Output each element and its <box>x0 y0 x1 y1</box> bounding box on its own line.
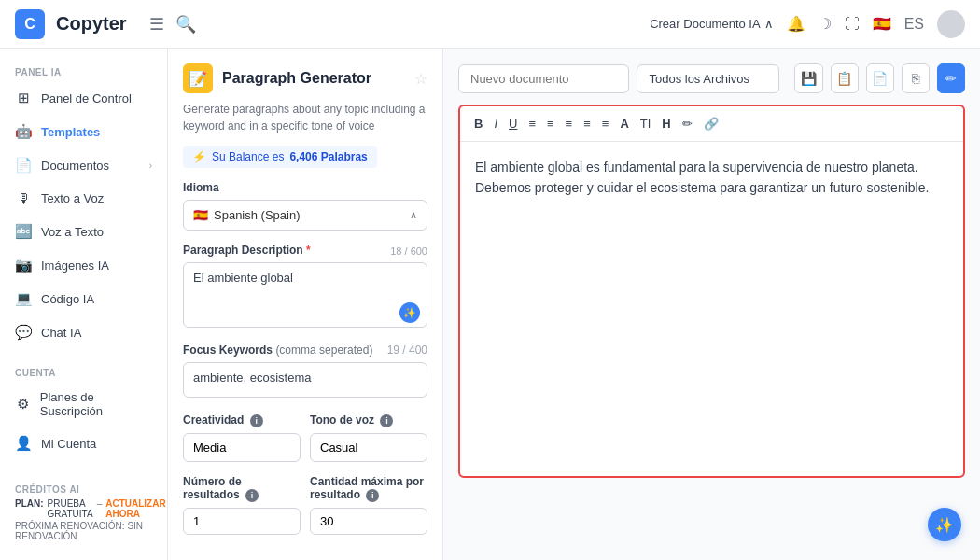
creativity-label: Creatividad i <box>183 413 301 427</box>
bold-button[interactable]: B <box>469 114 487 133</box>
heading-button[interactable]: H <box>657 114 675 133</box>
font-size-button[interactable]: TI <box>636 114 656 133</box>
tono-select[interactable]: Casual <box>310 433 427 462</box>
creativity-group: Creatividad i Media <box>183 413 301 462</box>
align-left-button[interactable]: ≡ <box>524 114 540 133</box>
lang-label[interactable]: ES <box>904 16 924 33</box>
logo-text: Copyter <box>56 13 127 35</box>
bell-icon[interactable]: 🔔 <box>787 15 805 33</box>
sidebar-item-voz-texto[interactable]: 🔤 Voz a Texto <box>0 215 167 248</box>
creativity-select[interactable]: Media <box>183 433 301 462</box>
hamburger-icon[interactable]: ☰ <box>149 14 164 35</box>
language-flag[interactable]: 🇪🇸 <box>873 15 891 33</box>
sidebar-item-planes[interactable]: ⚙ Planes de Suscripción <box>0 382 167 427</box>
align-center-button[interactable]: ≡ <box>542 114 559 133</box>
settings-icon: ⚙ <box>15 396 31 413</box>
files-select[interactable]: Todos los Archivos <box>637 64 779 93</box>
idioma-group: Idioma 🇪🇸 Spanish (Spain) ∧ <box>183 181 427 231</box>
floating-action-button[interactable]: ✨ <box>928 508 961 541</box>
link-button[interactable]: 🔗 <box>699 114 723 133</box>
avatar[interactable] <box>937 10 965 38</box>
chevron-up-icon: ∧ <box>764 17 774 31</box>
language-value: Spanish (Spain) <box>214 208 301 222</box>
num-results-sub-group: Número de resultados i <box>183 475 301 535</box>
sidebar-item-chat-ia[interactable]: 💬 Chat IA <box>0 315 167 349</box>
chevron-right-icon: › <box>149 161 152 171</box>
list-button[interactable]: ≡ <box>597 114 614 133</box>
sidebar-item-codigo-ia[interactable]: 💻 Código IA <box>0 282 167 315</box>
main-content: 📝 Paragraph Generator ☆ Generate paragra… <box>168 49 980 560</box>
code-icon: 💻 <box>15 290 32 307</box>
plan-name: PRUEBA GRATUITA <box>48 498 93 519</box>
balance-label: Su Balance es <box>212 150 284 163</box>
duplicate-btn[interactable]: ⎘ <box>902 63 930 93</box>
paragraph-desc-wrapper: 18 / 600 ✨ <box>183 262 427 330</box>
max-qty-sub-group: Cantidad máxima por resultado i <box>310 475 427 535</box>
cuenta-label: CUENTA <box>0 360 167 382</box>
ai-assist-badge[interactable]: ✨ <box>399 302 420 323</box>
underline-button[interactable]: U <box>504 114 522 133</box>
align-right-button[interactable]: ≡ <box>561 114 578 133</box>
panel-description: Generate paragraphs about any topic incl… <box>183 101 427 134</box>
moon-icon[interactable]: ☽ <box>819 15 832 33</box>
copy-btn[interactable]: 📋 <box>831 63 859 93</box>
focus-keywords-input[interactable] <box>183 362 427 398</box>
right-panel: Todos los Archivos 💾 📋 📄 ⎘ ✏ B I U ≡ ≡ <box>443 49 980 560</box>
paragraph-desc-chars: 18 / 600 <box>390 245 427 257</box>
mic-icon: 🎙 <box>15 190 32 206</box>
num-results-info-icon[interactable]: i <box>245 489 259 502</box>
paragraph-desc-group: Paragraph Description * 18 / 600 ✨ <box>183 244 427 330</box>
star-icon[interactable]: ☆ <box>414 70 427 88</box>
sidebar-item-templates[interactable]: 🤖 Templates <box>0 115 167 148</box>
brush-button[interactable]: ✏ <box>678 114 697 133</box>
balance-value: 6,406 Palabras <box>289 150 367 163</box>
search-icon[interactable]: 🔍 <box>175 14 196 35</box>
upgrade-button[interactable]: ACTUALIZAR AHORA <box>105 498 165 519</box>
language-flag-select: 🇪🇸 <box>193 208 208 222</box>
plan-label: PLAN: <box>15 498 44 519</box>
sidebar-item-mi-cuenta[interactable]: 👤 Mi Cuenta <box>0 427 167 460</box>
paragraph-generator-icon: 📝 <box>183 63 213 93</box>
align-justify-button[interactable]: ≡ <box>579 114 595 133</box>
bolt-icon: ⚡ <box>192 150 206 163</box>
crear-documento-button[interactable]: Crear Documento IA ∧ <box>650 17 774 31</box>
document-icon: 📄 <box>15 157 32 174</box>
tono-group: Tono de voz i Casual <box>310 413 427 462</box>
right-toolbar: Todos los Archivos 💾 📋 📄 ⎘ ✏ <box>458 63 965 93</box>
renewal-text: PRÓXIMA RENOVACIÓN: SIN RENOVACIÓN <box>15 521 152 541</box>
paragraph-desc-input[interactable] <box>183 262 427 328</box>
user-icon: 👤 <box>15 435 32 452</box>
sidebar-item-imagenes-ia[interactable]: 📷 Imágenes IA <box>0 248 167 282</box>
text-icon: 🔤 <box>15 223 32 240</box>
header: C Copyter ☰ 🔍 Crear Documento IA ∧ 🔔 ☽ ⛶… <box>0 0 980 49</box>
italic-button[interactable]: I <box>489 114 502 133</box>
editor-content[interactable]: El ambiente global es fundamental para l… <box>460 142 963 329</box>
sidebar-item-documentos[interactable]: 📄 Documentos › <box>0 148 167 182</box>
file-btn[interactable]: 📄 <box>866 63 894 93</box>
font-color-button[interactable]: A <box>615 114 633 133</box>
balance-badge: ⚡ Su Balance es 6,406 Palabras <box>183 146 377 168</box>
sidebar-item-texto-voz[interactable]: 🎙 Texto a Voz <box>0 182 167 215</box>
creativity-info-icon[interactable]: i <box>250 414 263 427</box>
max-qty-input[interactable] <box>310 508 427 535</box>
edit-btn[interactable]: ✏ <box>937 63 965 93</box>
panel-ia-label: PANEL IA <box>0 60 167 81</box>
logo-icon: C <box>15 9 45 39</box>
layout: PANEL IA ⊞ Panel de Control 🤖 Templates … <box>0 49 980 560</box>
format-bar: B I U ≡ ≡ ≡ ≡ ≡ A TI H ✏ 🔗 <box>460 106 963 142</box>
creativity-tono-group: Creatividad i Media Tono de voz i <box>183 413 427 462</box>
num-results-input[interactable] <box>183 508 301 535</box>
max-qty-info-icon[interactable]: i <box>366 489 379 502</box>
grid-icon: ⊞ <box>15 90 32 106</box>
document-name-input[interactable] <box>458 64 629 93</box>
focus-keywords-group: Focus Keywords (comma seperated) 19 / 40… <box>183 343 427 400</box>
sidebar-item-panel-control[interactable]: ⊞ Panel de Control <box>0 81 167 115</box>
expand-icon[interactable]: ⛶ <box>845 16 860 33</box>
panel-title: Paragraph Generator <box>222 70 371 87</box>
language-select[interactable]: 🇪🇸 Spanish (Spain) ∧ <box>183 200 427 231</box>
chat-icon: 💬 <box>15 324 32 341</box>
save-btn[interactable]: 💾 <box>794 63 822 93</box>
chevron-down-icon: ∧ <box>410 209 417 221</box>
tono-info-icon[interactable]: i <box>380 414 393 427</box>
ai-icon: 🤖 <box>15 123 32 140</box>
